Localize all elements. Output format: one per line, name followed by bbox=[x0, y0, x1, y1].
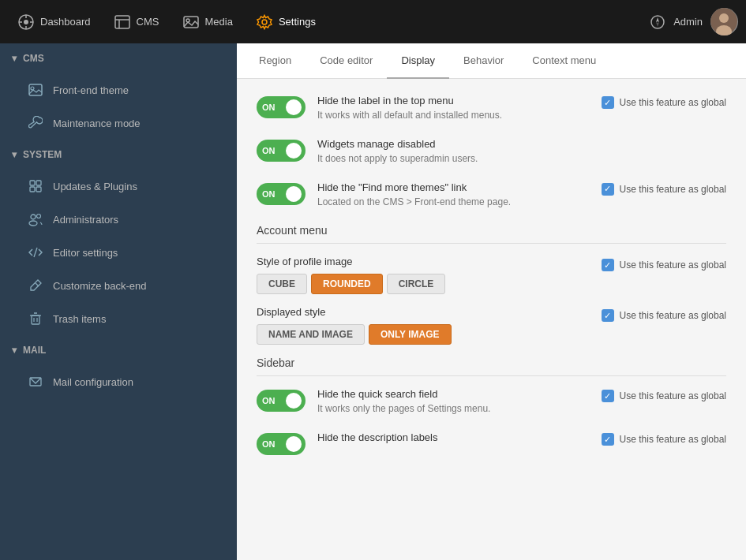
global-checkbox-1[interactable]: ✓ Use this feature as global bbox=[602, 95, 726, 109]
svg-point-1 bbox=[24, 20, 28, 24]
top-navigation: Dashboard CMS Media Settin bbox=[0, 0, 746, 43]
global-checkbox-3[interactable]: ✓ Use this feature as global bbox=[602, 181, 726, 196]
tab-code-editor[interactable]: Code editor bbox=[306, 43, 387, 79]
toggle-knob bbox=[286, 393, 302, 409]
sidebar-section-cms[interactable]: ▾ CMS bbox=[0, 43, 237, 73]
media-icon bbox=[182, 13, 200, 31]
compass-icon bbox=[650, 14, 665, 30]
toggle-on-text: ON bbox=[261, 439, 276, 449]
checkbox-icon: ✓ bbox=[602, 183, 614, 196]
displayed-style-name-image[interactable]: NAME AND IMAGE bbox=[257, 324, 365, 345]
toggle-desc: Located on the CMS > Front-end theme pag… bbox=[317, 196, 590, 209]
tab-region[interactable]: Region bbox=[245, 43, 306, 79]
sidebar-item-administrators[interactable]: Administrators bbox=[0, 203, 237, 236]
option-row-profile-style: Style of profile image CUBE ROUNDED CIRC… bbox=[257, 256, 726, 294]
displayed-style-only-image[interactable]: ONLY IMAGE bbox=[369, 324, 452, 345]
global-label: Use this feature as global bbox=[620, 434, 726, 445]
option-row-displayed-style: Displayed style NAME AND IMAGE ONLY IMAG… bbox=[257, 306, 726, 345]
sidebar-item-label: Trash items bbox=[53, 313, 106, 325]
svg-line-28 bbox=[36, 283, 39, 286]
checkbox-icon: ✓ bbox=[602, 259, 614, 271]
global-checkbox-desc[interactable]: ✓ Use this feature as global bbox=[602, 431, 726, 446]
admin-label: Admin bbox=[673, 16, 703, 28]
toggle-find-more-themes[interactable]: ON bbox=[257, 183, 306, 205]
checkbox-icon: ✓ bbox=[602, 433, 614, 446]
displayed-style-buttons: NAME AND IMAGE ONLY IMAGE bbox=[257, 324, 602, 345]
toggle-title: Hide the description labels bbox=[317, 431, 590, 443]
sidebar-item-trash-items[interactable]: Trash items bbox=[0, 302, 237, 335]
toggle-widgets[interactable]: ON bbox=[257, 140, 306, 162]
toggle-title: Hide the label in the top menu bbox=[317, 95, 590, 106]
global-label: Use this feature as global bbox=[620, 259, 726, 271]
profile-style-circle[interactable]: CIRCLE bbox=[387, 274, 446, 294]
content-area: ON Hide the label in the top menu It wor… bbox=[237, 79, 746, 487]
toggle-on-text: ON bbox=[261, 146, 276, 155]
sidebar-item-customize-backend[interactable]: Customize back-end bbox=[0, 269, 237, 302]
svg-line-27 bbox=[34, 248, 37, 257]
svg-marker-14 bbox=[656, 22, 659, 27]
toggle-hide-quick-search[interactable]: ON bbox=[257, 390, 306, 412]
profile-style-buttons: CUBE ROUNDED CIRCLE bbox=[257, 274, 602, 294]
sidebar-cms-label: CMS bbox=[23, 53, 44, 64]
toggle-hide-description[interactable]: ON bbox=[257, 433, 306, 455]
tab-display[interactable]: Display bbox=[387, 43, 449, 79]
sidebar-item-mail-configuration[interactable]: Mail configuration bbox=[0, 365, 237, 398]
toggle-text: Hide the "Find more themes" link Located… bbox=[317, 181, 590, 209]
tabs-bar: Region Code editor Display Behavior Cont… bbox=[237, 43, 746, 79]
nav-right: Admin bbox=[650, 8, 738, 35]
toggle-text: Widgets manage disabled It does not appl… bbox=[317, 138, 726, 166]
checkbox-icon: ✓ bbox=[602, 390, 614, 402]
svg-point-16 bbox=[719, 13, 729, 23]
toggle-on-text: ON bbox=[261, 189, 276, 199]
sidebar-item-updates-plugins[interactable]: Updates & Plugins bbox=[0, 170, 237, 203]
sidebar-section-mail[interactable]: ▾ MAIL bbox=[0, 335, 237, 365]
toggle-hide-label[interactable]: ON bbox=[257, 96, 306, 118]
nav-media-label: Media bbox=[205, 16, 233, 28]
code-icon bbox=[28, 245, 43, 260]
settings-icon bbox=[256, 13, 273, 31]
nav-settings[interactable]: Settings bbox=[246, 8, 325, 36]
svg-rect-21 bbox=[36, 181, 41, 185]
tab-behavior[interactable]: Behavior bbox=[449, 43, 518, 79]
main-content: Region Code editor Display Behavior Cont… bbox=[237, 43, 746, 560]
trash-icon bbox=[28, 311, 43, 327]
profile-style-label: Style of profile image bbox=[257, 256, 602, 267]
nav-cms[interactable]: CMS bbox=[104, 8, 169, 36]
chevron-down-icon: ▾ bbox=[12, 345, 17, 356]
global-label: Use this feature as global bbox=[620, 184, 726, 195]
toggle-text: Hide the label in the top menu It works … bbox=[317, 95, 590, 122]
toggle-desc: It works with all default and installed … bbox=[317, 109, 590, 122]
svg-marker-13 bbox=[656, 17, 659, 22]
option-content-profile: Style of profile image CUBE ROUNDED CIRC… bbox=[257, 256, 602, 294]
svg-rect-23 bbox=[36, 187, 41, 192]
toggle-row-widgets: ON Widgets manage disabled It does not a… bbox=[257, 138, 726, 166]
sidebar-section-title: Sidebar bbox=[257, 357, 726, 376]
sidebar-item-maintenance-mode[interactable]: Maintenance mode bbox=[0, 106, 237, 140]
global-checkbox-profile[interactable]: ✓ Use this feature as global bbox=[602, 257, 726, 271]
chevron-down-icon: ▾ bbox=[12, 149, 17, 160]
sidebar-item-label: Customize back-end bbox=[53, 280, 147, 292]
global-checkbox-search[interactable]: ✓ Use this feature as global bbox=[602, 388, 726, 402]
toggle-knob bbox=[286, 99, 302, 115]
sidebar-item-label: Mail configuration bbox=[53, 376, 133, 388]
svg-point-11 bbox=[262, 20, 267, 24]
wrench-icon bbox=[28, 115, 43, 131]
tab-context-menu[interactable]: Context menu bbox=[518, 43, 610, 79]
displayed-style-label: Displayed style bbox=[257, 306, 602, 318]
nav-dashboard[interactable]: Dashboard bbox=[8, 8, 100, 36]
avatar[interactable] bbox=[710, 8, 738, 35]
profile-style-cube[interactable]: CUBE bbox=[257, 274, 307, 294]
sidebar-item-label: Editor settings bbox=[53, 247, 118, 259]
toggle-row-find-more-themes: ON Hide the "Find more themes" link Loca… bbox=[257, 181, 726, 209]
svg-point-25 bbox=[29, 221, 37, 226]
sidebar-section-system[interactable]: ▾ SYSTEM bbox=[0, 140, 237, 170]
toggle-row-hide-label: ON Hide the label in the top menu It wor… bbox=[257, 95, 726, 122]
sidebar-system-label: SYSTEM bbox=[23, 149, 62, 160]
toggle-title: Widgets manage disabled bbox=[317, 138, 726, 150]
layout: ▾ CMS Front-end theme Maintenance mode bbox=[0, 43, 746, 560]
sidebar-item-frontend-theme[interactable]: Front-end theme bbox=[0, 73, 237, 106]
sidebar-item-editor-settings[interactable]: Editor settings bbox=[0, 236, 237, 269]
global-checkbox-displayed[interactable]: ✓ Use this feature as global bbox=[602, 308, 726, 322]
profile-style-rounded[interactable]: ROUNDED bbox=[311, 274, 383, 294]
nav-media[interactable]: Media bbox=[173, 8, 242, 36]
